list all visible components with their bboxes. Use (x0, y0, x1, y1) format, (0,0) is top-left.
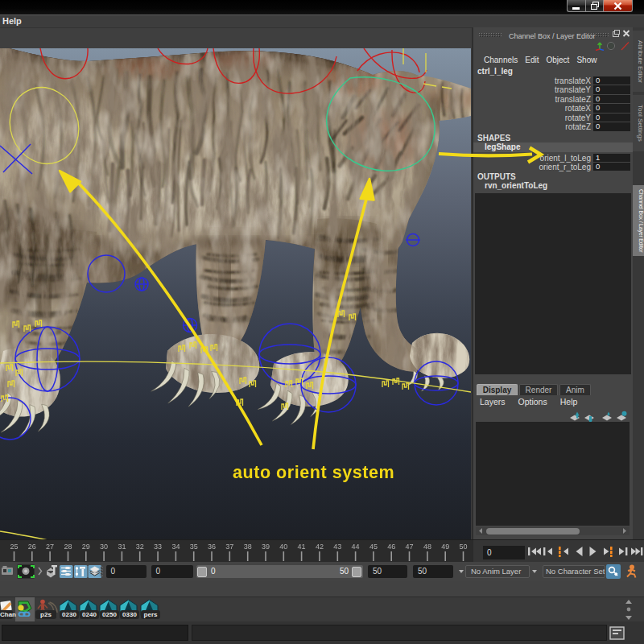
svg-text:33: 33 (154, 543, 162, 551)
svg-text:44: 44 (352, 543, 360, 551)
svg-text:32: 32 (136, 543, 144, 551)
svg-text:47: 47 (405, 543, 413, 551)
svg-text:auto orient system: auto orient system (233, 463, 394, 482)
svg-text:36: 36 (208, 543, 216, 551)
svg-text:43: 43 (333, 543, 341, 551)
svg-text:34: 34 (171, 543, 180, 551)
svg-text:29: 29 (82, 543, 90, 551)
svg-text:28: 28 (64, 543, 72, 551)
svg-text:25: 25 (10, 543, 18, 551)
svg-text:30: 30 (100, 543, 108, 551)
svg-text:27: 27 (46, 543, 54, 551)
svg-text:49: 49 (441, 543, 449, 551)
svg-text:48: 48 (423, 543, 431, 551)
svg-text:38: 38 (244, 543, 252, 551)
svg-text:35: 35 (190, 543, 198, 551)
svg-text:46: 46 (387, 543, 395, 551)
svg-text:50: 50 (459, 543, 467, 551)
svg-text:42: 42 (316, 543, 324, 551)
svg-text:41: 41 (298, 543, 306, 551)
svg-text:39: 39 (262, 543, 270, 551)
svg-text:26: 26 (28, 543, 36, 551)
svg-text:31: 31 (118, 543, 126, 551)
svg-text:37: 37 (225, 543, 233, 551)
svg-text:40: 40 (279, 543, 287, 551)
svg-text:45: 45 (369, 543, 378, 551)
